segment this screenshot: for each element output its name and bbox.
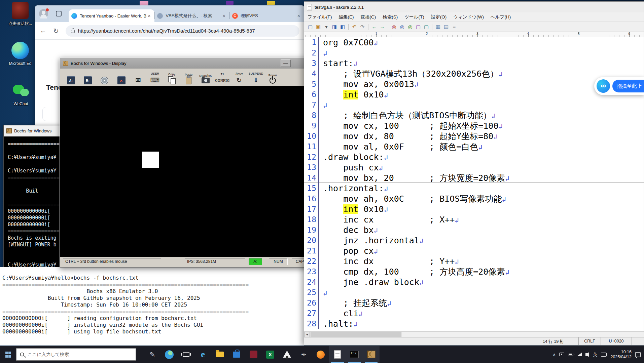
menu-編集[interactable]: 編集(E) — [335, 13, 357, 22]
line-number[interactable]: 10 — [304, 131, 319, 142]
taskbar-task-view[interactable] — [178, 346, 194, 363]
line-number[interactable]: 1 — [304, 37, 319, 48]
tab-close-icon[interactable]: × — [221, 13, 227, 18]
taskbar-excel[interactable]: X — [262, 346, 279, 363]
line-number[interactable]: 21 — [304, 246, 319, 256]
taskbar-orange-app[interactable] — [312, 346, 329, 363]
code-line[interactable]: 17 int 0x10↲ — [304, 204, 644, 214]
back-button[interactable]: ← — [40, 27, 46, 35]
code-line[interactable]: 20 jnz .horizontal↲ — [304, 235, 644, 246]
line-number[interactable]: 12 — [304, 152, 319, 162]
code-line[interactable]: 22 inc dx ; Y++↲ — [304, 256, 644, 267]
code-line[interactable]: 1org 0x7C00↲ — [304, 37, 644, 48]
browser-tab[interactable]: C理解VES× — [229, 9, 304, 22]
floppy-b-button[interactable]: B: — [80, 70, 96, 84]
code-line[interactable]: 18 inc cx ; X++↲ — [304, 214, 644, 225]
code-line[interactable]: 6 int 0x10↲ — [304, 89, 644, 100]
code-line[interactable]: 13 push cx↲ — [304, 162, 644, 173]
taskbar-file-explorer[interactable] — [211, 346, 228, 363]
line-number[interactable]: 2 — [304, 48, 319, 58]
line-number[interactable]: 16 — [304, 194, 319, 204]
taskbar-store-app[interactable] — [228, 346, 245, 363]
address-bar[interactable]: https://yuanbao.tencent.com/chat/naQivTm… — [66, 25, 299, 37]
line-number[interactable]: 23 — [304, 267, 319, 277]
bochs-display-titlebar[interactable]: Bochs for Windows - Display — — [60, 58, 309, 69]
split-icon[interactable]: ▦ — [434, 23, 442, 31]
findnext-icon[interactable]: ◎ — [398, 23, 406, 31]
taskbar-red-app[interactable] — [245, 346, 262, 363]
code-line[interactable]: 28.halt:↲ — [304, 319, 644, 329]
network-icon[interactable] — [577, 353, 582, 356]
code-line[interactable]: 24 jne .draw_block↲ — [304, 277, 644, 287]
dropdown-icon[interactable]: ▾ — [323, 23, 330, 31]
copy-button[interactable]: Copy — [164, 70, 180, 84]
power-button[interactable]: Power — [265, 70, 281, 84]
code-line[interactable]: 19 dec bx↲ — [304, 225, 644, 235]
outline-icon[interactable]: ≡ — [451, 23, 458, 31]
snapshot-button[interactable]: snapshot — [198, 70, 213, 84]
taskbar-clock[interactable]: 10:16 2025/04/12 — [610, 350, 632, 360]
bookmarknext-icon[interactable]: ▢ — [423, 23, 430, 31]
editor-titlebar[interactable]: testvga.s - sakura 2.2.0.1 — [304, 2, 644, 12]
line-number[interactable]: 9 — [304, 121, 319, 131]
tablist-icon[interactable]: ▤ — [442, 23, 450, 31]
code-line[interactable]: 9 mov cx, 100 ; 起始X坐标=100↲ — [304, 121, 644, 131]
refresh-button[interactable]: ↻ — [53, 27, 59, 35]
tab-group-icon[interactable] — [56, 11, 62, 16]
line-number[interactable]: 24 — [304, 277, 319, 287]
line-number[interactable]: 27 — [304, 308, 319, 319]
suspend-button[interactable]: SUSPEND⇓ — [248, 70, 264, 84]
line-number[interactable]: 5 — [304, 79, 319, 89]
line-number[interactable]: 25 — [304, 287, 319, 298]
menu-変換[interactable]: 変換(C) — [357, 13, 380, 22]
floppy-a-button[interactable]: A: — [63, 70, 79, 84]
undo-icon[interactable]: ↶ — [351, 23, 358, 31]
taskbar-feather-app[interactable]: ✒ — [295, 346, 312, 363]
tab-close-icon[interactable]: × — [146, 13, 152, 18]
minimize-button[interactable]: — — [281, 59, 291, 67]
code-line[interactable]: 11 mov al, 0x0F ; 颜色=白色↲ — [304, 142, 644, 152]
grep-icon[interactable]: ◎ — [406, 23, 414, 31]
vga-display[interactable] — [60, 86, 309, 257]
find-icon[interactable]: ◎ — [390, 23, 398, 31]
battery-icon[interactable] — [568, 353, 573, 356]
tab-close-icon[interactable]: × — [296, 13, 301, 18]
taskbar-sakura-editor[interactable] — [329, 346, 346, 363]
line-number[interactable]: 22 — [304, 256, 319, 267]
mail-button[interactable]: ✉ — [130, 70, 146, 84]
taskbar-onigiri-app[interactable] — [279, 346, 295, 363]
browser-tab[interactable]: Tencent Yuanbao - Easier Work, B× — [69, 9, 154, 22]
scroll-left-button[interactable]: ◂ — [304, 332, 310, 337]
terminal-text[interactable]: C:¥Users¥sumiya¥hello>bochs -f bochsrc.t… — [0, 267, 304, 346]
code-line[interactable]: 25↲ — [304, 287, 644, 298]
line-number[interactable]: 7 — [304, 100, 319, 110]
editor-text-area[interactable]: 1org 0x7C00↲2↲3start:↲4 ; 设置VGA模式13h（320… — [304, 37, 644, 331]
start-button[interactable] — [0, 346, 16, 363]
reset-button[interactable]: Reset↻ — [231, 70, 247, 84]
taskbar-bochs-emulator[interactable] — [363, 346, 380, 363]
menu-設定[interactable]: 設定(O) — [428, 13, 450, 22]
menu-ファイル[interactable]: ファイル(F) — [304, 13, 335, 22]
menu-ヘルプ[interactable]: ヘルプ(H) — [487, 13, 514, 22]
taskbar-command-prompt[interactable]: C:\ — [346, 346, 363, 363]
paste-button[interactable]: Paste — [181, 70, 196, 84]
floppy-eject-button[interactable]: ✕ — [113, 70, 129, 84]
line-number[interactable]: 18 — [304, 214, 319, 225]
new-icon[interactable]: ▢ — [307, 23, 314, 31]
horizontal-scrollbar[interactable]: ◂ — [304, 331, 644, 337]
code-line[interactable]: 27 cli↲ — [304, 308, 644, 319]
code-line[interactable]: 4 ; 设置VGA模式13h（320x200x256色）↲ — [304, 69, 644, 79]
drag-here-button[interactable]: 拖拽至此上 — [612, 80, 644, 92]
code-line[interactable]: 23 cmp dx, 100 ; 方块高度=20像素↲ — [304, 267, 644, 277]
profile-avatar[interactable] — [39, 9, 48, 18]
code-line[interactable]: 14 mov bx, 20 ; 方块宽度=20像素↲ — [304, 173, 644, 183]
taskbar-edge-browser[interactable]: e — [194, 346, 211, 363]
line-number[interactable]: 6 — [304, 89, 319, 100]
line-number[interactable]: 8 — [304, 110, 319, 121]
code-line[interactable]: 3start:↲ — [304, 58, 644, 69]
code-line[interactable]: 8 ; 绘制白色方块（测试BIOS中断功能）↲ — [304, 110, 644, 121]
notification-center-icon[interactable] — [635, 352, 641, 357]
code-line[interactable]: 5 mov ax, 0x0013↲ — [304, 79, 644, 89]
jumpnext-icon[interactable]: → — [379, 23, 386, 31]
code-line[interactable]: 12.draw_block:↲ — [304, 152, 644, 162]
